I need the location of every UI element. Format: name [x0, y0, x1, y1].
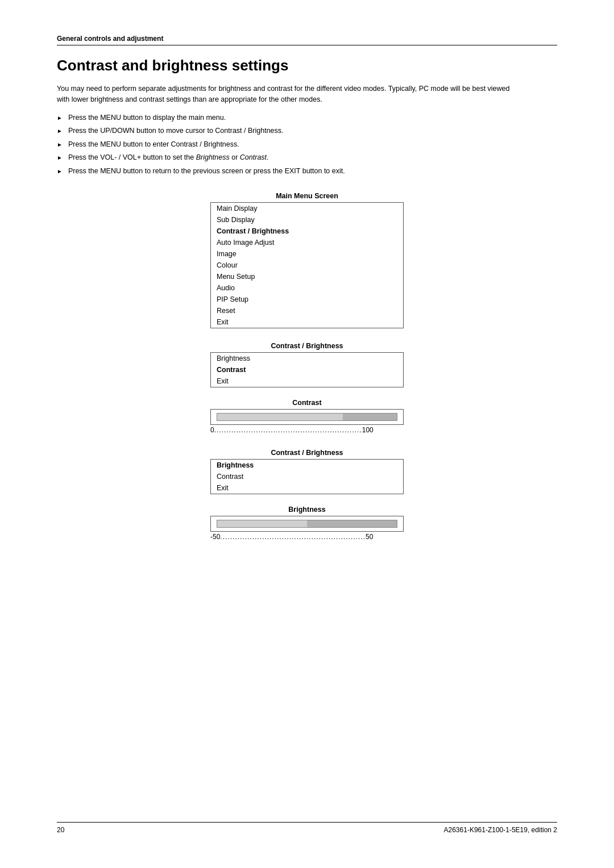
list-item: ► Press the VOL- / VOL+ button to set th… [57, 153, 523, 163]
menu-item-pip-setup: PIP Setup [211, 294, 403, 305]
page-footer: 20 A26361-K961-Z100-1-5E19, edition 2 [57, 822, 557, 834]
instruction-text: Press the MENU button to enter Contrast … [68, 140, 239, 150]
contrast-brightness-section-1: Contrast / Brightness Brightness Contras… [57, 340, 557, 387]
menu-item-reset: Reset [211, 305, 403, 316]
brightness-slider-section: Brightness -50..........................… [57, 503, 557, 542]
contrast-brightness-box-2: Brightness Contrast Exit [210, 459, 404, 494]
document-id: A26361-K961-Z100-1-5E19, edition 2 [444, 826, 557, 834]
contrast-range-start: 0.......................................… [210, 426, 374, 434]
menu-item-colour: Colour [211, 260, 403, 271]
instruction-text: Press the MENU button to display the mai… [68, 113, 226, 123]
contrast-brightness-title-2: Contrast / Brightness [57, 446, 557, 459]
page-number: 20 [57, 826, 64, 834]
bullet-icon: ► [57, 127, 63, 135]
brightness-range-text: -50.....................................… [210, 533, 373, 541]
menu-item-sub-display: Sub Display [211, 214, 403, 226]
brightness-slider-bar-container [211, 520, 403, 528]
bullet-icon: ► [57, 154, 63, 162]
contrast-slider-bar-container [211, 413, 403, 421]
bullet-icon: ► [57, 141, 63, 149]
cb-item-exit-1: Exit [211, 375, 403, 387]
bullet-icon: ► [57, 114, 63, 122]
contrast-brightness-section-2: Contrast / Brightness Brightness Contras… [57, 446, 557, 494]
menu-item-contrast-brightness: Contrast / Brightness [211, 226, 403, 237]
contrast-slider-fill [217, 414, 343, 420]
brightness-slider-fill [217, 520, 307, 527]
contrast-brightness-title-1: Contrast / Brightness [57, 340, 557, 352]
cb-item-contrast-2: Contrast [211, 471, 403, 482]
section-header: General controls and adjustment [57, 34, 557, 45]
cb-item-exit-2: Exit [211, 482, 403, 494]
menu-item-image: Image [211, 248, 403, 260]
instruction-text: Press the VOL- / VOL+ button to set the … [68, 153, 269, 163]
brightness-slider-box [210, 516, 404, 532]
menu-item-exit: Exit [211, 316, 403, 328]
menu-item-menu-setup: Menu Setup [211, 271, 403, 282]
main-menu-title: Main Menu Screen [57, 190, 557, 202]
page-title: Contrast and brightness settings [57, 57, 557, 74]
cb-item-contrast-1: Contrast [211, 364, 403, 375]
contrast-brightness-box-1: Brightness Contrast Exit [210, 352, 404, 387]
menu-item-main-display: Main Display [211, 203, 403, 214]
contrast-slider-box [210, 409, 404, 425]
instruction-text: Press the UP/DOWN button to move cursor … [68, 126, 284, 136]
brightness-slider-title: Brightness [57, 503, 557, 516]
brightness-slider-bar [217, 520, 397, 528]
menu-item-auto-image: Auto Image Adjust [211, 237, 403, 248]
list-item: ► Press the UP/DOWN button to move curso… [57, 126, 523, 136]
bullet-icon: ► [57, 168, 63, 176]
list-item: ► Press the MENU button to display the m… [57, 113, 523, 123]
instructions-list: ► Press the MENU button to display the m… [57, 113, 523, 177]
section-header-text: General controls and adjustment [57, 35, 163, 43]
brightness-slider-range: -50.....................................… [210, 532, 404, 542]
intro-text: You may need to perform separate adjustm… [57, 84, 523, 105]
menu-item-audio: Audio [211, 282, 403, 294]
list-item: ► Press the MENU button to return to the… [57, 166, 523, 177]
cb-item-brightness-1: Brightness [211, 353, 403, 364]
main-menu-section: Main Menu Screen Main Display Sub Displa… [57, 190, 557, 328]
main-menu-box: Main Display Sub Display Contrast / Brig… [210, 202, 404, 328]
list-item: ► Press the MENU button to enter Contras… [57, 140, 523, 150]
contrast-slider-range: 0.......................................… [210, 425, 404, 435]
instruction-text: Press the MENU button to return to the p… [68, 166, 345, 177]
contrast-slider-title: Contrast [57, 397, 557, 409]
page-container: General controls and adjustment Contrast… [0, 0, 614, 868]
contrast-slider-section: Contrast 0..............................… [57, 397, 557, 435]
contrast-slider-bar [217, 413, 397, 421]
cb-item-brightness-2: Brightness [211, 460, 403, 471]
